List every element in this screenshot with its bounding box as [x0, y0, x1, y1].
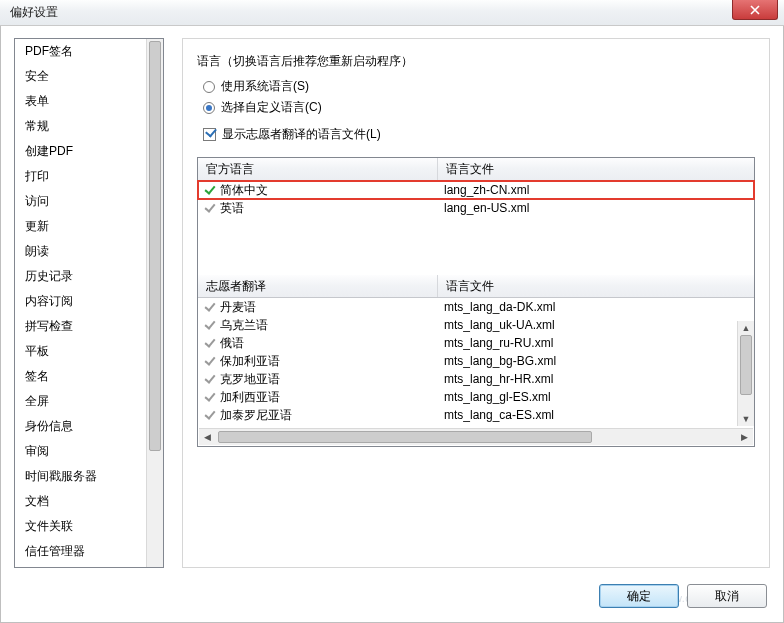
language-name: 保加利亚语 — [220, 353, 280, 370]
cancel-button[interactable]: 取消 — [687, 584, 767, 608]
language-name: 英语 — [220, 200, 244, 217]
checkbox-show-volunteer[interactable]: 显示志愿者翻译的语言文件(L) — [203, 126, 755, 143]
sidebar-item[interactable]: PDF签名 — [15, 39, 146, 64]
column-header-file[interactable]: 语言文件 — [438, 158, 754, 180]
scrollbar-thumb[interactable] — [740, 335, 752, 395]
dialog-button-bar: 确定 取消 — [599, 584, 767, 608]
volunteer-body: 丹麦语mts_lang_da-DK.xml乌克兰语mts_lang_uk-UA.… — [198, 298, 737, 424]
radio-system-language[interactable]: 使用系统语言(S) — [203, 78, 755, 95]
sidebar-item[interactable]: 历史记录 — [15, 264, 146, 289]
sidebar-item[interactable]: 拼写检查 — [15, 314, 146, 339]
language-file: mts_lang_uk-UA.xml — [438, 318, 737, 332]
scroll-left-icon[interactable]: ◀ — [199, 429, 216, 445]
content-area: PDF签名安全表单常规创建PDF打印访问更新朗读历史记录内容订阅拼写检查平板签名… — [14, 38, 770, 568]
sidebar-item[interactable]: 朗读 — [15, 239, 146, 264]
sidebar-item[interactable]: 常规 — [15, 114, 146, 139]
official-language-table: 官方语言 语言文件 简体中文lang_zh-CN.xml英语lang_en-US… — [198, 158, 754, 217]
check-icon — [204, 409, 216, 421]
check-icon — [204, 202, 216, 214]
radio-icon — [203, 102, 215, 114]
table-header: 官方语言 语言文件 — [198, 158, 754, 181]
check-icon — [204, 391, 216, 403]
language-file: mts_lang_hr-HR.xml — [438, 372, 737, 386]
language-name: 乌克兰语 — [220, 317, 268, 334]
language-name: 加利西亚语 — [220, 389, 280, 406]
table-row[interactable]: 加利西亚语mts_lang_gl-ES.xml — [198, 388, 737, 406]
check-icon — [204, 184, 216, 196]
sidebar-item[interactable]: 内容订阅 — [15, 289, 146, 314]
ok-button[interactable]: 确定 — [599, 584, 679, 608]
table-row[interactable]: 英语lang_en-US.xml — [198, 199, 754, 217]
language-file: lang_zh-CN.xml — [438, 183, 754, 197]
sidebar-item[interactable]: 页面显示 — [15, 564, 146, 567]
sidebar-item[interactable]: 签名 — [15, 364, 146, 389]
sidebar-item[interactable]: 平板 — [15, 339, 146, 364]
volunteer-language-table: 志愿者翻译 语言文件 丹麦语mts_lang_da-DK.xml乌克兰语mts_… — [198, 275, 754, 426]
scroll-right-icon[interactable]: ▶ — [736, 429, 753, 445]
sidebar-item[interactable]: 安全 — [15, 64, 146, 89]
column-header-file[interactable]: 语言文件 — [438, 275, 754, 297]
sidebar-item[interactable]: 审阅 — [15, 439, 146, 464]
check-icon — [204, 319, 216, 331]
check-icon — [204, 337, 216, 349]
language-file: lang_en-US.xml — [438, 201, 754, 215]
sidebar-item[interactable]: 信任管理器 — [15, 539, 146, 564]
sidebar-item[interactable]: 访问 — [15, 189, 146, 214]
table-row[interactable]: 丹麦语mts_lang_da-DK.xml — [198, 298, 737, 316]
language-file: mts_lang_ru-RU.xml — [438, 336, 737, 350]
radio-label: 使用系统语言(S) — [221, 78, 309, 95]
sidebar-item[interactable]: 创建PDF — [15, 139, 146, 164]
radio-label: 选择自定义语言(C) — [221, 99, 322, 116]
language-file: mts_lang_gl-ES.xml — [438, 390, 737, 404]
column-header-language[interactable]: 官方语言 — [198, 158, 438, 180]
language-name: 丹麦语 — [220, 299, 256, 316]
sidebar-item[interactable]: 打印 — [15, 164, 146, 189]
sidebar-item[interactable]: 文档 — [15, 489, 146, 514]
sidebar-scrollbar-thumb[interactable] — [149, 41, 161, 451]
language-name: 简体中文 — [220, 182, 268, 199]
scroll-down-icon[interactable]: ▼ — [738, 412, 754, 426]
language-name: 加泰罗尼亚语 — [220, 407, 292, 424]
language-file: mts_lang_da-DK.xml — [438, 300, 737, 314]
table-row[interactable]: 简体中文lang_zh-CN.xml — [198, 181, 754, 199]
close-button[interactable] — [732, 0, 778, 20]
window-title: 偏好设置 — [10, 4, 58, 21]
radio-custom-language[interactable]: 选择自定义语言(C) — [203, 99, 755, 116]
scroll-up-icon[interactable]: ▲ — [738, 321, 754, 335]
tables-scrollbar-horizontal[interactable]: ◀ ▶ — [199, 428, 753, 445]
official-body: 简体中文lang_zh-CN.xml英语lang_en-US.xml — [198, 181, 754, 217]
table-row[interactable]: 俄语mts_lang_ru-RU.xml — [198, 334, 737, 352]
close-icon — [750, 5, 760, 15]
scrollbar-track[interactable] — [216, 429, 736, 445]
language-name: 俄语 — [220, 335, 244, 352]
table-row[interactable]: 加泰罗尼亚语mts_lang_ca-ES.xml — [198, 406, 737, 424]
checkbox-icon — [203, 128, 216, 141]
titlebar: 偏好设置 — [0, 0, 784, 26]
language-tables: 官方语言 语言文件 简体中文lang_zh-CN.xml英语lang_en-US… — [197, 157, 755, 447]
table-header: 志愿者翻译 语言文件 — [198, 275, 754, 298]
sidebar-item[interactable]: 表单 — [15, 89, 146, 114]
client-area: PDF签名安全表单常规创建PDF打印访问更新朗读历史记录内容订阅拼写检查平板签名… — [0, 26, 784, 623]
table-row[interactable]: 保加利亚语mts_lang_bg-BG.xml — [198, 352, 737, 370]
volunteer-scrollbar-vertical[interactable]: ▲ ▼ — [737, 321, 754, 426]
scrollbar-thumb[interactable] — [218, 431, 592, 443]
radio-icon — [203, 81, 215, 93]
sidebar-item[interactable]: 文件关联 — [15, 514, 146, 539]
sidebar-item[interactable]: 身份信息 — [15, 414, 146, 439]
sidebar-items: PDF签名安全表单常规创建PDF打印访问更新朗读历史记录内容订阅拼写检查平板签名… — [15, 39, 146, 567]
sidebar-scrollbar[interactable] — [146, 39, 163, 567]
check-icon — [204, 373, 216, 385]
column-header-language[interactable]: 志愿者翻译 — [198, 275, 438, 297]
table-gap — [198, 217, 754, 275]
table-row[interactable]: 克罗地亚语mts_lang_hr-HR.xml — [198, 370, 737, 388]
language-hint: 语言（切换语言后推荐您重新启动程序） — [197, 53, 755, 70]
table-row[interactable]: 乌克兰语mts_lang_uk-UA.xml — [198, 316, 737, 334]
sidebar-item[interactable]: 全屏 — [15, 389, 146, 414]
category-sidebar: PDF签名安全表单常规创建PDF打印访问更新朗读历史记录内容订阅拼写检查平板签名… — [14, 38, 164, 568]
sidebar-item[interactable]: 更新 — [15, 214, 146, 239]
settings-panel: 语言（切换语言后推荐您重新启动程序） 使用系统语言(S) 选择自定义语言(C) … — [182, 38, 770, 568]
language-name: 克罗地亚语 — [220, 371, 280, 388]
check-icon — [204, 355, 216, 367]
language-file: mts_lang_bg-BG.xml — [438, 354, 737, 368]
sidebar-item[interactable]: 时间戳服务器 — [15, 464, 146, 489]
